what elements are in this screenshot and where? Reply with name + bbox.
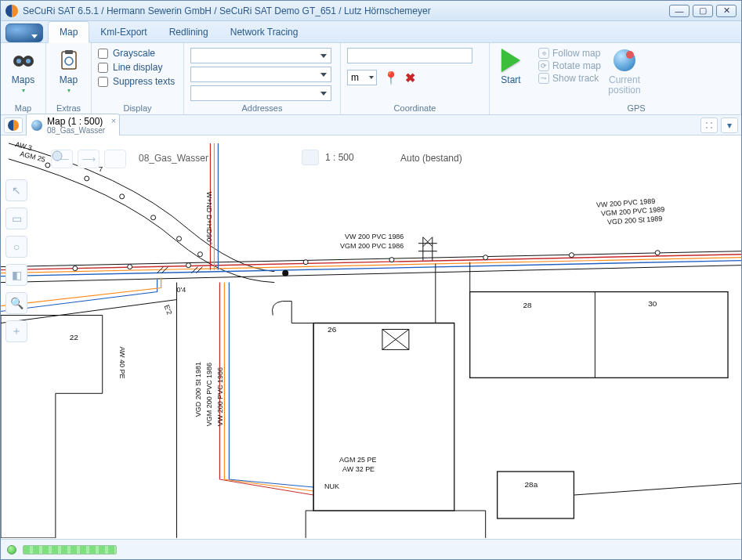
pan-tool[interactable]: ○ — [5, 236, 27, 258]
progress-bar — [23, 545, 117, 555]
close-button[interactable]: ✕ — [716, 5, 737, 17]
rotate-map-toggle[interactable]: ⟳Rotate map — [538, 60, 601, 71]
svg-text:30: 30 — [648, 299, 657, 308]
tab-map[interactable]: Map — [48, 21, 89, 43]
globe-icon — [614, 49, 635, 71]
start-button[interactable]: Start — [496, 46, 526, 87]
svg-point-29 — [569, 253, 574, 258]
svg-rect-42 — [470, 292, 728, 378]
app-menu-orb[interactable] — [5, 23, 43, 42]
address-combo-1[interactable] — [190, 48, 331, 63]
map-side-toolbar: ↖ ▭ ○ ◧ 🔍 ＋ — [5, 179, 27, 342]
svg-point-11 — [711, 127, 712, 128]
doc-tab-title: Map (1 : 500) — [47, 116, 103, 127]
svg-text:26: 26 — [328, 325, 337, 334]
svg-text:VGM 200 PVC 1986: VGM 200 PVC 1986 — [340, 242, 404, 250]
svg-point-24 — [128, 265, 132, 269]
follow-map-icon: ⎆ — [538, 48, 549, 59]
app-icon — [5, 5, 18, 17]
pushpin-icon[interactable]: 📍 — [383, 70, 399, 85]
svg-line-21 — [1, 258, 741, 273]
status-led — [7, 545, 16, 555]
current-position-button[interactable]: Current position — [606, 46, 643, 97]
doc-tab-close[interactable]: × — [111, 116, 116, 125]
address-combo-2[interactable] — [190, 67, 331, 82]
svg-point-12 — [45, 163, 50, 168]
group-label-coordinate: Coordinate — [347, 102, 483, 113]
maximize-button[interactable]: ▢ — [693, 5, 713, 17]
coordinate-input[interactable] — [347, 48, 472, 63]
chevron-down-icon: ▾ — [22, 87, 25, 94]
tab-redlining[interactable]: Redlining — [158, 22, 219, 42]
svg-text:AGM 25: AGM 25 — [19, 150, 45, 164]
add-tool[interactable]: ＋ — [5, 320, 27, 342]
svg-text:28a: 28a — [525, 480, 538, 489]
layer-tool[interactable]: ◧ — [5, 264, 27, 286]
select-tool[interactable]: ▭ — [5, 208, 27, 229]
svg-point-15 — [151, 215, 156, 220]
address-combo-3[interactable] — [190, 85, 331, 101]
chevron-down-icon: ▾ — [67, 87, 71, 94]
svg-point-23 — [73, 266, 78, 271]
maps-button[interactable]: Maps ▾ — [7, 46, 39, 96]
titlebar: SeCuRi SAT 6.5.1 / Hermann Sewerin GmbH … — [1, 1, 741, 21]
nav-globe-button[interactable] — [104, 150, 126, 168]
svg-text:E'2: E'2 — [163, 304, 174, 316]
scale-icon[interactable] — [302, 150, 319, 165]
svg-text:VGM 200 PVC 1986: VGM 200 PVC 1986 — [205, 363, 213, 426]
follow-map-toggle[interactable]: ⎆Follow map — [538, 48, 601, 59]
map-svg: AW 3 AGM 25 7 W+ND D+HD90° 0'4 E'2 22 AW… — [1, 135, 741, 538]
maps-button-label: Maps — [12, 74, 34, 85]
svg-point-17 — [197, 252, 202, 257]
group-label-extras: Extras — [52, 102, 85, 113]
svg-text:AGM 25 PE: AGM 25 PE — [339, 456, 376, 464]
ribbon: Maps ▾ Map Map ▾ Extras Grayscale Line d… — [1, 43, 741, 115]
mode-label: Auto (bestand) — [400, 153, 462, 164]
show-track-icon: ⤳ — [538, 73, 549, 84]
svg-point-10 — [706, 127, 708, 128]
svg-point-13 — [85, 176, 89, 181]
doc-panel-grip[interactable] — [700, 117, 718, 133]
svg-text:NUK: NUK — [324, 482, 339, 490]
show-track-toggle[interactable]: ⤳Show track — [538, 73, 601, 84]
svg-rect-2 — [21, 58, 26, 62]
nav-history: ⟵ ⟶ — [51, 150, 126, 168]
suppress-texts-input[interactable] — [98, 77, 108, 87]
map-extras-label: Map — [60, 74, 78, 85]
tab-network-tracing[interactable]: Network Tracing — [219, 22, 309, 42]
ribbon-tabs: Map Kml-Export Redlining Network Tracing — [1, 21, 741, 43]
map-extras-button[interactable]: Map ▾ — [52, 46, 85, 96]
doc-tab-map[interactable]: Map (1 : 500) 08_Gas_Wasser × — [26, 114, 120, 137]
unit-combo[interactable]: m — [347, 70, 377, 85]
svg-rect-44 — [498, 471, 574, 518]
line-display-checkbox[interactable]: Line display — [98, 62, 175, 73]
binoculars-icon — [11, 48, 36, 73]
zoom-tool[interactable]: 🔍 — [5, 292, 27, 314]
pointer-tool[interactable]: ↖ — [5, 179, 27, 201]
svg-text:AW 32 PE: AW 32 PE — [342, 465, 375, 473]
doc-panel-dropdown[interactable]: ▾ — [721, 117, 738, 133]
svg-point-14 — [120, 194, 125, 199]
svg-point-16 — [177, 237, 182, 241]
svg-rect-5 — [62, 52, 76, 69]
document-tabs: Map (1 : 500) 08_Gas_Wasser × ▾ — [1, 115, 741, 135]
layer-name-label: 08_Gas_Wasser — [139, 153, 208, 164]
grayscale-checkbox[interactable]: Grayscale — [98, 48, 175, 59]
svg-point-31 — [282, 270, 288, 276]
svg-point-80 — [52, 151, 62, 161]
svg-point-26 — [303, 260, 308, 265]
map-canvas[interactable]: AW 3 AGM 25 7 W+ND D+HD90° 0'4 E'2 22 AW… — [1, 135, 741, 539]
app-icon — [8, 120, 19, 131]
minimize-button[interactable]: — — [669, 5, 690, 17]
tab-kml-export[interactable]: Kml-Export — [89, 22, 157, 42]
doc-home-chip[interactable] — [4, 117, 23, 133]
suppress-texts-checkbox[interactable]: Suppress texts — [98, 76, 175, 87]
clear-icon[interactable]: ✖ — [405, 70, 415, 85]
grayscale-input[interactable] — [98, 49, 108, 59]
svg-point-30 — [655, 251, 660, 255]
scale-label: 1 : 500 — [325, 152, 354, 163]
nav-forward-button[interactable]: ⟶ — [78, 150, 100, 168]
line-display-input[interactable] — [98, 63, 108, 73]
svg-line-18 — [1, 251, 741, 267]
clipboard-icon — [56, 48, 81, 73]
